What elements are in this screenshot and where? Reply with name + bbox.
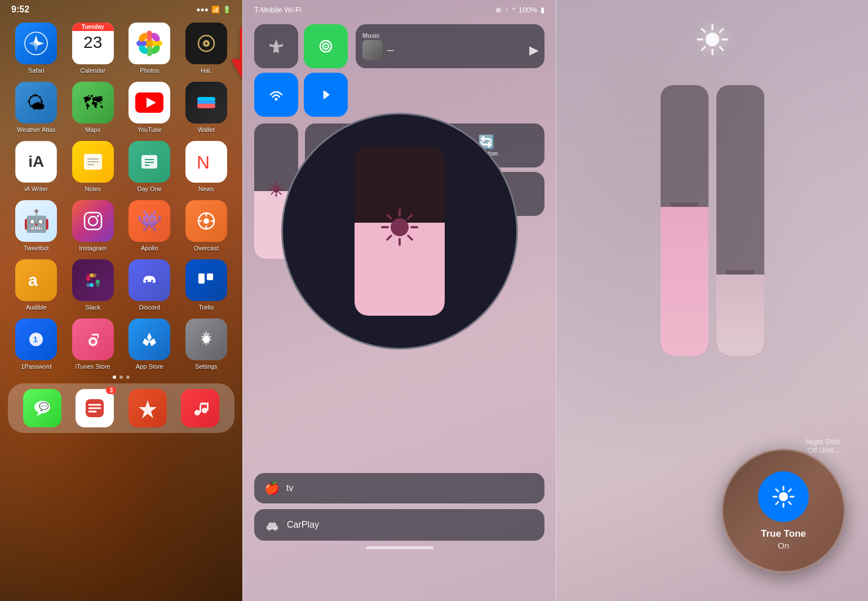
cc-network-group (254, 24, 349, 117)
svg-line-117 (789, 489, 791, 492)
svg-line-116 (789, 502, 791, 505)
night-shift-label: Night Shift Off Until... (806, 438, 840, 454)
svg-point-79 (275, 98, 278, 101)
app-instagram[interactable]: Instagram (67, 200, 119, 251)
dock-messages[interactable]: 💬 (23, 389, 61, 427)
audible-icon[interactable]: a (15, 259, 57, 301)
appstore-icon[interactable] (129, 319, 170, 360)
cc-wifi-tile[interactable] (254, 73, 298, 117)
tt-brightness-slider[interactable] (661, 85, 708, 356)
app-weather-atlas[interactable]: 🌤 Weather Atlas (10, 82, 63, 133)
settings-icon[interactable] (185, 319, 227, 360)
appletv-label: tv (286, 483, 293, 493)
app-slack[interactable]: Slack (67, 259, 119, 311)
app-youtube[interactable]: YouTube (123, 82, 176, 133)
photos-icon[interactable] (129, 23, 170, 64)
svg-rect-45 (86, 273, 90, 277)
photos-label: Photos (140, 67, 159, 74)
cc-music-play-icon[interactable]: ▶ (529, 43, 538, 57)
wallet-icon[interactable] (185, 82, 227, 123)
night-shift-status: Off Until... (806, 446, 840, 454)
safari-icon[interactable] (15, 23, 57, 64)
svg-rect-50 (90, 283, 94, 287)
app-news[interactable]: N News (180, 141, 233, 192)
halide-icon[interactable] (185, 23, 227, 64)
calendar-icon[interactable]: Tuesday 23 (72, 23, 114, 64)
discord-icon[interactable] (129, 259, 170, 301)
youtube-icon[interactable] (129, 82, 170, 123)
1password-icon[interactable]: 1 (15, 319, 57, 360)
cc-music-tile[interactable]: Music — ▶ (356, 24, 544, 68)
svg-point-99 (268, 528, 271, 531)
svg-point-72 (202, 408, 207, 413)
svg-point-38 (203, 218, 209, 224)
cc-airplane-tile[interactable] (254, 24, 298, 68)
weather-atlas-icon[interactable]: 🌤 (15, 82, 57, 123)
app-appstore[interactable]: App Store (123, 319, 176, 370)
app-halide[interactable]: Hal. (180, 23, 233, 74)
app-dock: 💬 3 (8, 383, 234, 433)
dayone-icon[interactable] (129, 141, 170, 183)
overcast-icon[interactable] (185, 200, 227, 242)
svg-point-71 (194, 410, 200, 416)
tt-brightness-handle[interactable] (670, 202, 698, 207)
instagram-icon[interactable] (72, 200, 114, 242)
cc-music-label: Music (362, 32, 380, 39)
page-indicator (0, 375, 242, 379)
app-audible[interactable]: a Audible (10, 259, 63, 311)
dock-spark[interactable] (129, 389, 167, 427)
app-overcast[interactable]: Overcast (180, 200, 233, 251)
app-photos[interactable]: Photos (123, 23, 176, 74)
app-maps[interactable]: 🗺 Maps (67, 82, 119, 133)
app-notes[interactable]: Notes (67, 141, 119, 192)
status-bar: 9:52 ●●● 📶 🔋 (0, 0, 242, 17)
discord-label: Discord (139, 304, 160, 311)
tt-volume-fill (716, 275, 764, 356)
app-1password[interactable]: 1 1Password (10, 319, 63, 370)
app-dayone[interactable]: Day One (123, 141, 176, 192)
cc-car-tile[interactable]: CarPlay (254, 509, 544, 541)
svg-line-118 (776, 502, 779, 505)
cc-brightness-icon (268, 182, 284, 201)
app-tweetbot[interactable]: 🤖 Tweetbot (10, 200, 63, 251)
notes-icon[interactable] (72, 141, 114, 183)
control-center-panel: T-Mobile Wi-Fi ⊕ ↑ * 100% ▮ (243, 0, 556, 601)
app-calendar[interactable]: Tuesday 23 Calendar (67, 23, 119, 74)
status-icons: ●●● 📶 🔋 (196, 6, 231, 14)
tt-volume-slider[interactable] (716, 85, 764, 356)
battery-icon: 🔋 (223, 6, 231, 14)
tweetbot-icon[interactable]: 🤖 (15, 200, 57, 242)
slack-icon[interactable] (72, 259, 114, 301)
svg-line-108 (720, 29, 723, 32)
itunes-icon[interactable] (72, 319, 114, 360)
cc-music-art (362, 40, 383, 60)
svg-marker-70 (139, 400, 157, 418)
app-iawriter[interactable]: iA iA Writer (10, 141, 63, 192)
maps-icon[interactable]: 🗺 (72, 82, 114, 123)
cc-bluetooth-tile[interactable] (304, 73, 348, 117)
svg-rect-46 (96, 280, 100, 284)
iawriter-icon[interactable]: iA (15, 141, 57, 183)
iawriter-label: iA Writer (25, 185, 48, 192)
app-itunes[interactable]: iTunes Store (67, 319, 119, 370)
app-wallet[interactable]: Wallet (180, 82, 233, 133)
page-dot-3 (126, 375, 130, 379)
cc-appletv-tile[interactable]: 🍎 tv (254, 473, 544, 503)
night-shift-title: Night Shift (806, 438, 840, 446)
svg-rect-47 (96, 283, 100, 287)
tt-volume-handle[interactable] (726, 270, 754, 275)
cc-cellular-tile[interactable] (304, 24, 348, 68)
news-icon[interactable]: N (185, 141, 227, 183)
apollo-icon[interactable]: 👾 (129, 200, 170, 242)
app-settings[interactable]: Settings (180, 319, 233, 370)
app-apollo[interactable]: 👾 Apollo (123, 200, 176, 251)
trello-icon[interactable] (185, 259, 227, 301)
magnify-inner (283, 114, 516, 348)
svg-rect-23 (197, 104, 215, 108)
true-tone-circle[interactable]: True Tone On (721, 449, 845, 573)
dock-todoist[interactable]: 3 (76, 389, 114, 427)
app-trello[interactable]: Trello (180, 259, 233, 311)
dock-music[interactable] (181, 389, 219, 427)
app-discord[interactable]: Discord (123, 259, 176, 311)
app-safari[interactable]: Safari (10, 23, 63, 74)
